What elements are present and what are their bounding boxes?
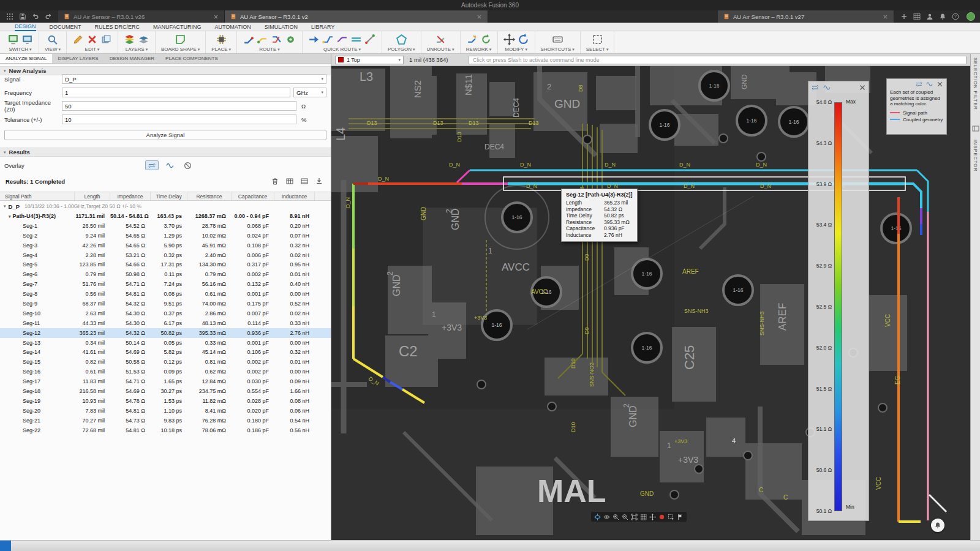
table-row[interactable]: Seg-5123.85 mil54.66 Ω17.31 ps134.30 mΩ0…	[0, 260, 331, 269]
zoomout-icon[interactable]	[622, 514, 628, 520]
pad[interactable]: 1-16	[632, 333, 662, 362]
panel-tab-design-manager[interactable]: DESIGN MANAGER	[104, 54, 160, 63]
section-results[interactable]: ▾ Results	[0, 148, 331, 157]
board-icon[interactable]	[175, 34, 186, 45]
layer-dropdown[interactable]: 1 Top ▾	[335, 56, 404, 64]
collapse-arrow-icon[interactable]: ▾	[4, 69, 6, 73]
question-icon[interactable]: ?	[952, 13, 959, 20]
table-row[interactable]: Seg-207.83 mil54.81 Ω1.10 ps8.41 mΩ0.020…	[0, 406, 331, 416]
rework-icon[interactable]	[466, 34, 478, 45]
tree-expand-icon[interactable]: ▾	[4, 204, 6, 209]
pad[interactable]: 1-16	[779, 107, 809, 137]
table-row[interactable]: Seg-80.56 mil54.81 Ω0.08 ps0.61 mΩ0.001 …	[0, 289, 331, 299]
person-icon[interactable]	[926, 13, 933, 20]
table-row[interactable]: Seg-342.26 mil54.65 Ω5.90 ps45.91 mΩ0.10…	[0, 241, 331, 250]
polygon-icon[interactable]	[396, 34, 407, 45]
toolbar-group-rework[interactable]: REWORK▾	[461, 31, 498, 53]
legend-overlay-icon[interactable]	[812, 84, 819, 91]
toolbar-group-edit[interactable]: EDIT▾	[67, 31, 118, 53]
menu-item-automation[interactable]: AUTOMATION	[215, 23, 251, 31]
table-row[interactable]: Seg-1144.33 mil54.30 Ω6.17 ps48.13 mΩ0.1…	[0, 318, 331, 328]
toolbar-group-modify[interactable]: MODIFY▾	[498, 31, 535, 53]
shortcuts-icon[interactable]	[552, 34, 564, 45]
frequency-unit-dropdown[interactable]: GHz ▾	[293, 88, 326, 97]
zoomin-icon[interactable]	[612, 514, 619, 520]
panel-tab-display-layers[interactable]: DISPLAY LAYERS	[52, 54, 104, 63]
collapse-arrow-icon[interactable]: ▾	[4, 150, 6, 155]
zoomfit-icon[interactable]	[631, 514, 638, 520]
select-icon[interactable]	[592, 34, 603, 45]
gridsmall-icon[interactable]	[913, 13, 921, 20]
pcb-board[interactable]: 1-161-161-161-161-161-161-161-161-161-16…	[331, 66, 970, 540]
pad[interactable]: 1-16	[632, 259, 662, 288]
overlay-mode-wave-button[interactable]	[163, 160, 176, 170]
move-icon[interactable]	[503, 34, 515, 45]
view-icon[interactable]	[47, 34, 58, 45]
pad[interactable]: 1-16	[650, 110, 679, 140]
selectbox-icon[interactable]	[668, 514, 674, 520]
document-tab-2[interactable]: AU Air Sensor – R3.0.1 v2	[225, 10, 488, 23]
dock-tab-inspector[interactable]: INSPECTOR	[973, 140, 978, 172]
save-icon[interactable]	[19, 13, 26, 20]
menu-item-library[interactable]: LIBRARY	[311, 23, 334, 31]
route3-icon[interactable]	[271, 34, 282, 45]
delete-icon[interactable]	[86, 34, 98, 45]
crosshair-icon[interactable]	[594, 514, 601, 520]
table-row[interactable]: Seg-126.50 mil54.52 Ω3.70 ps28.78 mΩ0.06…	[0, 221, 331, 231]
legend-close-icon[interactable]	[859, 84, 866, 91]
via[interactable]	[878, 403, 887, 412]
notification-bell[interactable]	[931, 519, 944, 532]
pan-icon[interactable]	[649, 514, 656, 520]
tablei-icon[interactable]	[286, 178, 293, 185]
appgrid-icon[interactable]	[6, 13, 13, 20]
toolbar-group-select[interactable]: SELECT▾	[581, 31, 615, 53]
table-row[interactable]: Seg-1910.93 mil54.78 Ω1.53 ps11.82 mΩ0.0…	[0, 396, 331, 406]
tablei2-icon[interactable]	[301, 178, 308, 185]
table-row[interactable]: Seg-2170.27 mil54.73 Ω9.83 ps76.28 mΩ0.1…	[0, 416, 331, 425]
table-row[interactable]: Seg-102.63 mil54.30 Ω0.37 ps2.86 mΩ0.007…	[0, 309, 331, 318]
overlay-mode-overlay-button[interactable]	[145, 160, 159, 170]
fusion-logo[interactable]	[0, 541, 11, 551]
legend-wave-icon[interactable]	[823, 84, 831, 91]
table-row[interactable]: Seg-1441.61 mil54.69 Ω5.82 ps45.14 mΩ0.1…	[0, 347, 331, 357]
via[interactable]	[695, 465, 703, 473]
table-row[interactable]: Seg-2272.68 mil54.81 Ω10.18 ps78.06 mΩ0.…	[0, 425, 331, 435]
frequency-input[interactable]	[62, 88, 290, 97]
toolbar-group-polygon[interactable]: POLYGON▾	[382, 31, 421, 53]
table-row[interactable]: Seg-29.24 mil54.65 Ω1.29 ps10.02 mΩ0.024…	[0, 231, 331, 241]
panel-tab-place-components[interactable]: PLACE COMPONENTS	[160, 54, 224, 63]
tolerance-input[interactable]	[62, 114, 296, 124]
via[interactable]	[583, 135, 592, 144]
table-row[interactable]: Seg-968.37 mil54.32 Ω9.51 ps74.00 mΩ0.17…	[0, 299, 331, 309]
pad[interactable]: 1-16	[723, 276, 753, 305]
quick5-icon[interactable]	[364, 34, 376, 45]
table-row[interactable]: Seg-751.76 mil54.71 Ω7.24 ps56.16 mΩ0.13…	[0, 279, 331, 289]
analyze-signal-button[interactable]: Analyze Signal	[4, 130, 326, 140]
quick4-icon[interactable]	[350, 34, 362, 45]
quick2-icon[interactable]	[322, 34, 334, 45]
quick3-icon[interactable]	[336, 34, 348, 45]
toolbar-group-board-shape[interactable]: BOARD SHAPE▾	[156, 31, 206, 53]
table-row[interactable]: ▾Path-U4(3)-R3(2)1171.31 mil50.14 - 54.8…	[0, 211, 331, 221]
via[interactable]	[744, 451, 752, 460]
coupled-close-icon[interactable]	[937, 81, 943, 88]
signal-dropdown[interactable]: D_P ▾	[62, 74, 326, 84]
layers-icon[interactable]	[124, 34, 135, 45]
toolbar-group-layers[interactable]: LAYERS▾	[118, 31, 156, 53]
place-icon[interactable]	[216, 34, 227, 45]
route2-icon[interactable]	[257, 34, 268, 45]
toolbar-group-shortcuts[interactable]: SHORTCUTS▾	[535, 31, 581, 53]
menu-item-rules-drc-erc[interactable]: RULES DRC/ERC	[95, 23, 140, 31]
quick1-icon[interactable]	[308, 34, 320, 45]
dock-tab-selection-filter[interactable]: SELECTION FILTER	[973, 58, 978, 110]
bell-icon[interactable]	[939, 13, 946, 20]
route-icon[interactable]	[243, 34, 254, 45]
pencil-icon[interactable]	[72, 34, 84, 45]
toolbar-group-place[interactable]: PLACE▾	[206, 31, 237, 53]
overlay-mode-ban-button[interactable]	[181, 160, 194, 170]
document-tab-3[interactable]: AU Air Sensor – R3.0.1 v27	[718, 10, 894, 23]
table-row[interactable]: Seg-1711.83 mil54.71 Ω1.65 ps12.84 mΩ0.0…	[0, 377, 331, 386]
toolbar-group-view[interactable]: VIEW▾	[39, 31, 67, 53]
toolbar-group-quick-route[interactable]: QUICK ROUTE▾	[303, 31, 382, 53]
user-avatar[interactable]	[967, 12, 975, 21]
